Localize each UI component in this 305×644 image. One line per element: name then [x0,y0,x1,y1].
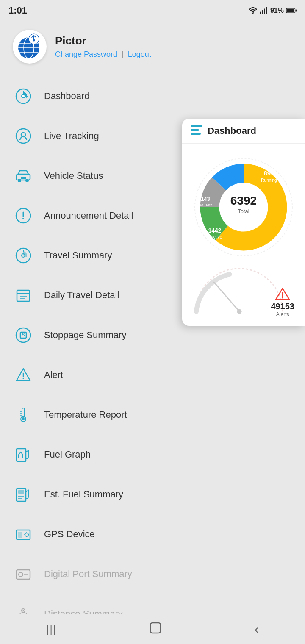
svg-point-23 [25,179,29,182]
sidebar-item-temperature[interactable]: Temperature Report [0,395,305,435]
svg-rect-3 [264,9,265,14]
svg-text:6392: 6392 [230,194,257,207]
digital-port-icon [13,564,34,585]
svg-point-22 [18,179,21,182]
dashboard-icon [13,86,34,107]
svg-line-83 [214,282,239,311]
svg-rect-2 [262,10,263,14]
svg-text:S: S [22,333,25,337]
gps-icon [13,524,34,545]
svg-point-41 [22,418,25,420]
svg-text:Inactive: Inactive [208,235,222,239]
svg-rect-6 [287,9,294,13]
fuel-graph-icon [13,444,34,465]
svg-text:143: 143 [201,196,210,202]
svg-point-84 [237,309,241,314]
sidebar-item-label-travel-summary: Travel Summary [44,250,112,261]
sidebar-item-dashboard[interactable]: Dashboard [0,76,305,116]
vehicle-status-icon [13,165,34,186]
svg-rect-30 [17,290,30,301]
sidebar-item-fuel-graph[interactable]: Fuel Graph [0,435,305,475]
svg-rect-39 [22,408,25,417]
daily-travel-icon [13,285,34,306]
alert-count: 49153 [271,302,294,311]
svg-rect-1 [260,12,261,14]
svg-rect-87 [150,623,161,633]
profile-name: Pictor [55,34,151,47]
logout-link[interactable]: Logout [128,50,151,59]
sidebar-item-label-stoppage: Stoppage Summary [44,330,126,341]
dashboard-panel-header: Dashboard [182,119,305,144]
dashboard-panel: Dashboard [182,119,305,326]
sidebar-item-label-temperature: Temperature Report [44,409,127,420]
fuel-summary-icon [13,484,34,505]
battery-text: 91% [270,7,284,14]
sidebar-item-digital-port[interactable]: Digital Port Summary [0,554,305,594]
status-bar: 1:01 91% [0,0,305,21]
recent-apps-button[interactable]: ||| [46,623,57,635]
profile-link-divider: | [122,50,124,59]
change-password-link[interactable]: Change Password [55,50,117,59]
sidebar-item-label-digital-port: Digital Port Summary [44,569,132,580]
svg-point-0 [252,13,254,15]
svg-rect-24 [21,177,26,179]
svg-rect-45 [17,449,26,461]
alert-info: 49153 Alerts [271,287,294,317]
bottom-nav: ||| ‹ [0,614,305,644]
svg-text:1442: 1442 [208,227,221,234]
sidebar-item-label-alert: Alert [44,369,63,380]
svg-point-38 [23,378,24,379]
svg-point-65 [23,610,24,611]
svg-rect-51 [18,532,22,538]
svg-point-14 [33,39,35,41]
dashboard-chart-area: 6392 Total 899 Running 143 No Data 1442 … [182,144,305,326]
sidebar-item-fuel-summary[interactable]: Est. Fuel Summary [0,475,305,514]
profile-logo-icon [16,33,44,61]
sidebar-item-label-fuel-summary: Est. Fuel Summary [44,489,123,500]
sidebar-item-label-gps: GPS Device [44,529,95,540]
alert-icon [13,364,34,386]
sidebar-item-label-live-tracking: Live Tracking [44,130,99,142]
svg-text:899: 899 [263,169,274,177]
profile-avatar [13,30,47,64]
signal-icon [260,7,268,14]
sidebar-item-gps[interactable]: GPS Device [0,514,305,554]
svg-point-58 [19,572,23,577]
back-button[interactable]: ‹ [255,622,259,636]
svg-rect-67 [191,129,199,131]
svg-point-74 [220,184,267,230]
svg-rect-66 [191,125,202,127]
svg-text:Running: Running [261,178,277,183]
battery-icon [286,8,297,14]
profile-links: Change Password | Logout [55,50,151,59]
wifi-icon [248,7,258,14]
svg-point-26 [22,218,24,219]
profile-info: Pictor Change Password | Logout [55,34,151,59]
sidebar-item-alert[interactable]: Alert [0,355,305,395]
sidebar-item-label-announcement: Announcement Detail [44,210,133,221]
svg-point-86 [282,297,283,299]
status-time: 1:01 [8,5,27,16]
sidebar-item-label-dashboard: Dashboard [44,91,90,102]
dashboard-panel-title: Dashboard [208,125,256,136]
svg-text:No Data: No Data [198,203,212,207]
home-button[interactable] [149,622,162,637]
status-icons: 91% [248,7,297,14]
menu-lines-icon[interactable] [191,125,202,136]
temperature-icon [13,404,34,425]
svg-text:Total: Total [238,208,250,214]
svg-rect-4 [266,7,267,14]
live-tracking-icon [13,125,34,147]
sidebar-item-label-fuel-graph: Fuel Graph [44,449,91,460]
alert-label: Alerts [276,311,289,317]
svg-point-52 [25,533,28,536]
svg-rect-47 [18,490,24,494]
announcement-icon [13,205,34,226]
stoppage-icon: S [13,325,34,346]
sidebar-item-label-daily-travel: Daily Travel Detail [44,290,119,301]
svg-rect-68 [191,133,201,135]
travel-summary-icon [13,245,34,266]
donut-chart: 6392 Total 899 Running 143 No Data 1442 … [189,152,299,262]
svg-point-16 [22,94,25,98]
svg-rect-7 [295,9,297,11]
